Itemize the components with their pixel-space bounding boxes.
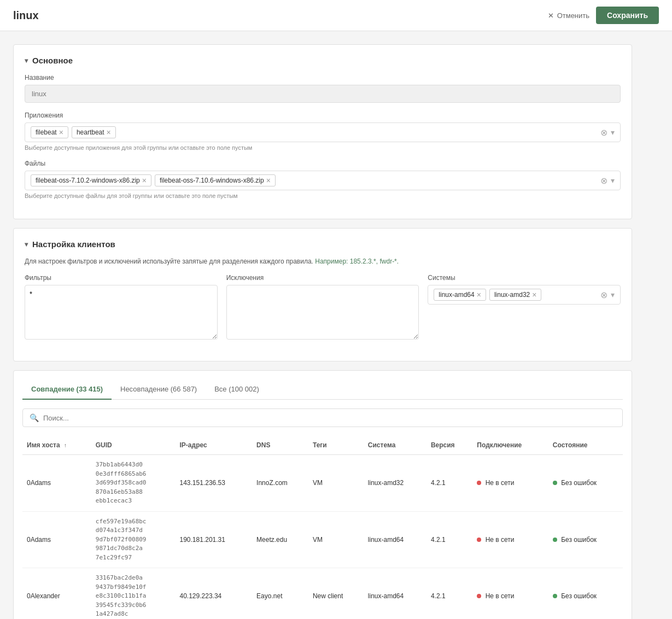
systems-tag-input[interactable]: linux-amd64 × linux-amd32 × ⊗ ▾: [428, 285, 621, 305]
apps-tag-input[interactable]: filebeat × heartbeat × ⊗ ▾: [25, 122, 621, 142]
cancel-x-icon: ✕: [548, 11, 554, 20]
clear-files-icon[interactable]: ⊗: [600, 176, 607, 186]
connection-dot: [477, 481, 481, 485]
status-dot: [553, 538, 557, 542]
system-tag-amd64: linux-amd64 ×: [434, 289, 486, 301]
cell-guid: cfe597e19a68bcd074a1c3f347d9d7bf072f0080…: [91, 511, 176, 568]
status-dot: [553, 594, 557, 598]
cell-system: linux-amd64: [364, 511, 426, 568]
tab-all[interactable]: Все (100 002): [206, 379, 268, 400]
save-button[interactable]: Сохранить: [596, 7, 659, 24]
tab-no-match[interactable]: Несовпадение (66 587): [112, 379, 206, 400]
top-bar-actions: ✕ Отменить Сохранить: [548, 7, 659, 24]
files-label: Файлы: [25, 160, 621, 167]
files-tag-input[interactable]: filebeat-oss-7.10.2-windows-x86.zip × fi…: [25, 171, 621, 190]
top-bar: linux ✕ Отменить Сохранить: [0, 0, 672, 31]
cell-ip: 40.129.223.34: [176, 568, 253, 620]
clear-apps-icon[interactable]: ⊗: [600, 127, 607, 138]
exclusions-field-group: Исключения: [226, 274, 419, 341]
basic-section: ▾ Основное Название Приложения filebeat …: [13, 44, 632, 219]
cell-hostname: 0Adams: [22, 511, 91, 568]
file-tag-2: filebeat-oss-7.10.6-windows-x86.zip ×: [155, 174, 276, 186]
filters-field-group: Фильтры *: [25, 274, 218, 341]
app-tag-filebeat: filebeat ×: [31, 126, 68, 138]
cell-system: linux-amd64: [364, 568, 426, 620]
tab-match[interactable]: Совпадение (33 415): [22, 379, 112, 400]
table-header: Имя хоста ↑ GUID IP-адрес DNS Теги Систе…: [22, 436, 623, 455]
name-field-group: Название: [25, 74, 621, 103]
remove-heartbeat-icon[interactable]: ×: [107, 128, 111, 137]
cell-guid: 37bb1ab6443d00e3dfff6865ab63d699df358cad…: [91, 455, 176, 512]
col-guid: GUID: [91, 436, 176, 455]
cell-ip: 143.151.236.53: [176, 455, 253, 512]
cell-status: Без ошибок: [548, 511, 623, 568]
cancel-button[interactable]: ✕ Отменить: [548, 11, 589, 20]
cell-tags: VM: [308, 511, 364, 568]
systems-tag-actions: ⊗ ▾: [600, 290, 615, 300]
connection-dot: [477, 538, 481, 542]
exclusions-label: Исключения: [226, 274, 419, 282]
cell-hostname: 0Adams: [22, 455, 91, 512]
cell-dns: Eayo.net: [252, 568, 308, 620]
apps-field-group: Приложения filebeat × heartbeat × ⊗ ▾ Вы…: [25, 112, 621, 151]
remove-filebeat-icon[interactable]: ×: [59, 128, 63, 137]
clients-fields-grid: Фильтры * Исключения Системы linux-amd64…: [25, 274, 621, 350]
system-tag-amd32: linux-amd32 ×: [489, 289, 542, 301]
cell-hostname: 0Alexander: [22, 568, 91, 620]
systems-dropdown-icon[interactable]: ▾: [611, 290, 615, 299]
col-dns: DNS: [252, 436, 308, 455]
apps-dropdown-icon[interactable]: ▾: [611, 128, 615, 137]
cell-dns: Meetz.edu: [252, 511, 308, 568]
table-row: 0Adams 37bb1ab6443d00e3dfff6865ab63d699d…: [22, 455, 623, 512]
remove-amd64-icon[interactable]: ×: [477, 290, 481, 299]
remove-amd32-icon[interactable]: ×: [532, 290, 536, 299]
search-icon: 🔍: [30, 413, 39, 422]
filters-textarea[interactable]: *: [25, 285, 218, 340]
clients-description: Для настроек фильтров и исключений испол…: [25, 258, 621, 265]
connection-dot: [477, 594, 481, 598]
basic-section-header[interactable]: ▾ Основное: [25, 56, 621, 65]
cell-connection: Не в сети: [472, 511, 548, 568]
name-input[interactable]: [25, 85, 621, 103]
table-row: 0Alexander 33167bac2de0a9437bf9849e10fe8…: [22, 568, 623, 620]
cell-tags: VM: [308, 455, 364, 512]
col-system: Система: [364, 436, 426, 455]
main-content: ▾ Основное Название Приложения filebeat …: [0, 31, 645, 619]
cell-dns: InnoZ.com: [252, 455, 308, 512]
files-dropdown-icon[interactable]: ▾: [611, 176, 615, 185]
cell-status: Без ошибок: [548, 568, 623, 620]
app-tag-heartbeat: heartbeat ×: [72, 126, 116, 138]
chevron-down-icon: ▾: [25, 57, 28, 65]
col-connection: Подключение: [472, 436, 548, 455]
remove-file1-icon[interactable]: ×: [142, 176, 147, 185]
cell-connection: Не в сети: [472, 568, 548, 620]
cell-tags: New client: [308, 568, 364, 620]
filters-label: Фильтры: [25, 274, 218, 282]
status-dot: [553, 481, 557, 485]
cell-system: linux-amd32: [364, 455, 426, 512]
files-hint: Выберите доступные файлы для этой группы…: [25, 192, 621, 199]
clients-section-header[interactable]: ▾ Настройка клиентов: [25, 240, 621, 249]
cell-status: Без ошибок: [548, 455, 623, 512]
apps-label: Приложения: [25, 112, 621, 119]
table-section: Совпадение (33 415) Несовпадение (66 587…: [13, 370, 632, 619]
search-input[interactable]: [43, 414, 616, 422]
col-version: Версия: [426, 436, 472, 455]
page-title: linux: [13, 9, 39, 22]
search-bar: 🔍: [22, 408, 623, 427]
cell-ip: 190.181.201.31: [176, 511, 253, 568]
files-tag-actions: ⊗ ▾: [600, 176, 615, 186]
apps-hint: Выберите доступные приложения для этой г…: [25, 144, 621, 151]
name-label: Название: [25, 74, 621, 81]
hosts-table: Имя хоста ↑ GUID IP-адрес DNS Теги Систе…: [22, 436, 623, 619]
file-tag-1: filebeat-oss-7.10.2-windows-x86.zip ×: [31, 174, 151, 186]
apps-tag-actions: ⊗ ▾: [600, 127, 615, 138]
col-ip: IP-адрес: [176, 436, 253, 455]
cell-guid: 33167bac2de0a9437bf9849e10fe8c3100c11b1f…: [91, 568, 176, 620]
col-hostname[interactable]: Имя хоста ↑: [22, 436, 91, 455]
remove-file2-icon[interactable]: ×: [266, 176, 271, 185]
clear-systems-icon[interactable]: ⊗: [600, 290, 607, 300]
chevron-down-icon-2: ▾: [25, 241, 28, 248]
sort-icon: ↑: [64, 442, 67, 448]
exclusions-textarea[interactable]: [226, 285, 419, 340]
